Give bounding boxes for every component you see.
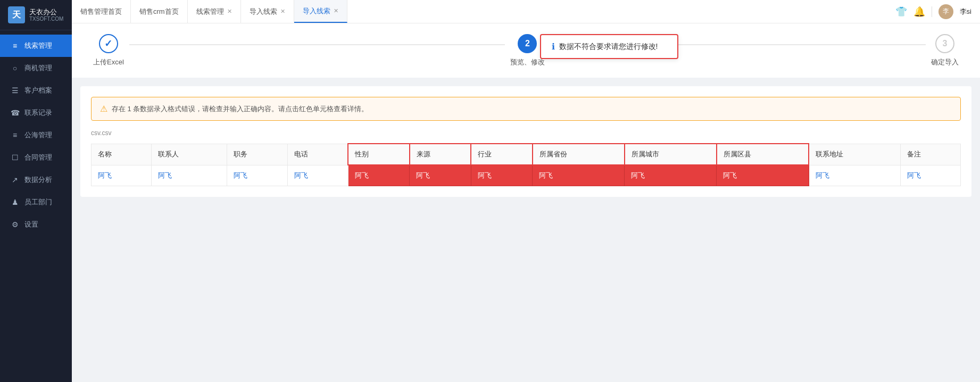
- data-icon: ↗: [11, 176, 19, 184]
- avatar: 李: [939, 4, 953, 19]
- tab-import-1[interactable]: 导入线索 ✕: [241, 0, 294, 23]
- step-confirm: 3 确定导入: [931, 34, 959, 67]
- step-confirm-label: 确定导入: [931, 57, 959, 67]
- col-phone: 电话: [287, 144, 348, 165]
- sidebar-label-settings: 设置: [24, 220, 38, 229]
- nav-tabs: 销售管理首页 销售crm首页 线索管理 ✕ 导入线索 ✕ 导入线索 ✕: [72, 0, 887, 23]
- sidebar-label-contract: 合同管理: [24, 153, 52, 162]
- tab-leads-mgmt-label: 线索管理: [196, 7, 224, 16]
- alert-info-icon: ℹ: [552, 41, 555, 52]
- sidebar-label-sea: 公海管理: [24, 130, 52, 140]
- warning-text: 存在 1 条数据录入格式错误，请检查并输入正确内容。请点击红色单元格查看详情。: [112, 104, 368, 114]
- logo-name: 天衣办公: [29, 8, 63, 16]
- username: 李si: [960, 7, 971, 16]
- warning-bar: ⚠ 存在 1 条数据录入格式错误，请检查并输入正确内容。请点击红色单元格查看详情…: [91, 97, 961, 121]
- merchant-icon: ○: [11, 64, 19, 72]
- main-area: 销售管理首页 销售crm首页 线索管理 ✕ 导入线索 ✕ 导入线索 ✕ 👕 🔔 …: [72, 0, 980, 382]
- col-district: 所属区县: [717, 144, 809, 165]
- sidebar-item-customer[interactable]: ☰ 客户档案: [0, 79, 72, 102]
- contacts-icon: ☎: [11, 109, 19, 117]
- alert-toast: ℹ 数据不符合要求请您进行修改!: [540, 34, 678, 59]
- cell-phone[interactable]: 阿飞: [287, 165, 348, 186]
- step-confirm-circle: 3: [935, 34, 954, 53]
- cell-industry[interactable]: 阿飞: [471, 165, 532, 186]
- sidebar-item-leads[interactable]: ≡ 线索管理: [0, 35, 72, 57]
- step-upload-circle: ✓: [99, 34, 118, 53]
- step-line-1: [129, 44, 505, 45]
- tab-import-1-close[interactable]: ✕: [280, 8, 285, 15]
- cell-province[interactable]: 阿飞: [533, 165, 625, 186]
- logo: 天 天衣办公 TXSOFT.COM: [0, 0, 72, 30]
- col-province: 所属省份: [533, 144, 625, 165]
- logo-sub: TXSOFT.COM: [29, 16, 63, 22]
- table-header-row: 名称 联系人 职务 电话 性别 来源 行业 所属省份 所属城市 所属区县 联系地…: [92, 144, 961, 165]
- col-contact: 联系人: [152, 144, 227, 165]
- tab-crm-home-label: 销售crm首页: [139, 7, 179, 16]
- sidebar-item-settings[interactable]: ⚙ 设置: [0, 213, 72, 236]
- tab-import-2-close[interactable]: ✕: [334, 7, 338, 14]
- cell-district[interactable]: 阿飞: [717, 165, 809, 186]
- sidebar-item-contacts[interactable]: ☎ 联系记录: [0, 102, 72, 124]
- data-table: 名称 联系人 职务 电话 性别 来源 行业 所属省份 所属城市 所属区县 联系地…: [91, 143, 961, 186]
- top-nav: 销售管理首页 销售crm首页 线索管理 ✕ 导入线索 ✕ 导入线索 ✕ 👕 🔔 …: [72, 0, 980, 23]
- logo-icon: 天: [8, 6, 25, 23]
- contract-icon: ☐: [11, 153, 19, 162]
- col-gender: 性别: [348, 144, 409, 165]
- warning-icon: ⚠: [100, 104, 107, 114]
- sidebar-item-contract[interactable]: ☐ 合同管理: [0, 146, 72, 169]
- sidebar-label-merchant: 商机管理: [24, 63, 52, 73]
- cell-name[interactable]: 阿飞: [92, 165, 152, 186]
- shirt-icon[interactable]: 👕: [895, 6, 907, 18]
- sidebar-item-employees[interactable]: ♟ 员工部门: [0, 191, 72, 213]
- cell-job[interactable]: 阿飞: [227, 165, 287, 186]
- tab-sales-home[interactable]: 销售管理首页: [72, 0, 131, 23]
- cell-city[interactable]: 阿飞: [625, 165, 717, 186]
- step-preview-label: 预览、修改: [510, 57, 545, 67]
- step-preview-circle: 2: [518, 34, 537, 53]
- sidebar-item-sea[interactable]: ≡ 公海管理: [0, 124, 72, 146]
- sidebar: 天 天衣办公 TXSOFT.COM ≡ 线索管理 ○ 商机管理 ☰ 客户档案 ☎…: [0, 0, 72, 382]
- alert-message: 数据不符合要求请您进行修改!: [559, 42, 658, 52]
- col-source: 来源: [410, 144, 471, 165]
- table-row: 阿飞 阿飞 阿飞 阿飞 阿飞 阿飞 阿飞 阿飞 阿飞 阿飞 阿飞 阿飞: [92, 165, 961, 186]
- col-job: 职务: [227, 144, 287, 165]
- sidebar-label-employees: 员工部门: [24, 197, 52, 207]
- tab-leads-mgmt-close[interactable]: ✕: [227, 8, 232, 15]
- tab-import-1-label: 导入线索: [250, 7, 277, 16]
- cell-contact[interactable]: 阿飞: [152, 165, 227, 186]
- content: ℹ 数据不符合要求请您进行修改! ✓ 上传Excel 2 预览、修改 3 确定导…: [72, 23, 980, 382]
- sidebar-item-data[interactable]: ↗ 数据分析: [0, 169, 72, 191]
- tab-crm-home[interactable]: 销售crm首页: [131, 0, 188, 23]
- customer-icon: ☰: [11, 86, 19, 95]
- col-city: 所属城市: [625, 144, 717, 165]
- col-industry: 行业: [471, 144, 532, 165]
- tab-import-2-label: 导入线索: [303, 6, 330, 16]
- sea-icon: ≡: [11, 131, 19, 139]
- leads-icon: ≡: [11, 41, 19, 50]
- sidebar-label-leads: 线索管理: [24, 41, 52, 51]
- employees-icon: ♟: [11, 198, 19, 206]
- cell-source[interactable]: 阿飞: [410, 165, 471, 186]
- col-note: 备注: [900, 144, 960, 165]
- col-address: 联系地址: [809, 144, 900, 165]
- bell-icon[interactable]: 🔔: [913, 6, 925, 18]
- divider: [932, 6, 932, 17]
- sidebar-label-contacts: 联系记录: [24, 108, 52, 118]
- step-upload: ✓ 上传Excel: [93, 34, 124, 67]
- tab-import-2[interactable]: 导入线索 ✕: [294, 0, 347, 23]
- logo-text-block: 天衣办公 TXSOFT.COM: [29, 8, 63, 22]
- sidebar-label-data: 数据分析: [24, 175, 52, 185]
- top-right: 👕 🔔 李 李si: [887, 4, 980, 19]
- step-upload-label: 上传Excel: [93, 57, 124, 67]
- sidebar-item-merchant[interactable]: ○ 商机管理: [0, 57, 72, 79]
- cell-address[interactable]: 阿飞: [809, 165, 900, 186]
- tab-sales-home-label: 销售管理首页: [80, 7, 122, 16]
- sidebar-menu: ≡ 线索管理 ○ 商机管理 ☰ 客户档案 ☎ 联系记录 ≡ 公海管理 ☐ 合同管…: [0, 30, 72, 382]
- cell-note[interactable]: 阿飞: [900, 165, 960, 186]
- tab-leads-mgmt[interactable]: 线索管理 ✕: [188, 0, 241, 23]
- cell-gender[interactable]: 阿飞: [348, 165, 409, 186]
- settings-icon: ⚙: [11, 220, 19, 229]
- steps-area: ✓ 上传Excel 2 预览、修改 3 确定导入: [72, 23, 980, 78]
- sidebar-label-customer: 客户档案: [24, 86, 52, 95]
- inner-content: ⚠ 存在 1 条数据录入格式错误，请检查并输入正确内容。请点击红色单元格查看详情…: [80, 86, 971, 197]
